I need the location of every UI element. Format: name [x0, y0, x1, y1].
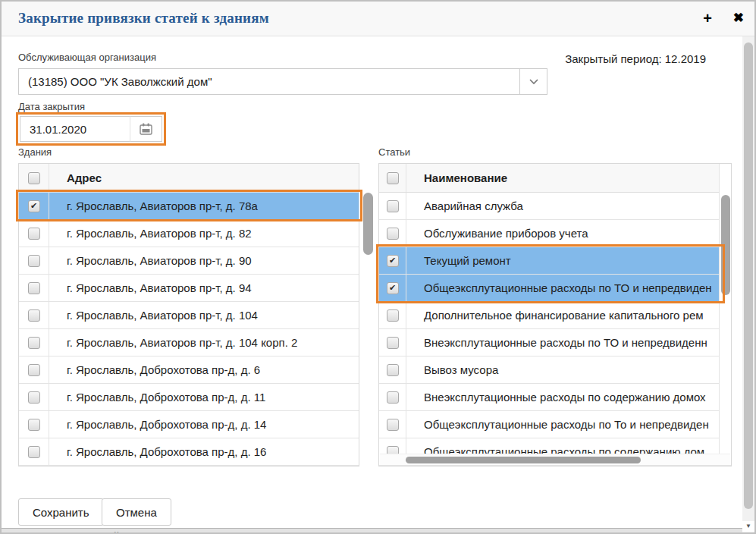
- buildings-scrollbar-thumb[interactable]: [363, 193, 373, 255]
- save-button[interactable]: Сохранить: [18, 498, 104, 526]
- row-checkbox-cell: [19, 438, 49, 465]
- calendar-icon: [140, 123, 152, 135]
- closing-date-input[interactable]: 31.01.2020: [20, 116, 130, 142]
- row-checkbox-cell: [379, 384, 406, 410]
- articles-table-header: Наименование: [379, 164, 731, 193]
- calendar-button[interactable]: [130, 116, 162, 142]
- row-checkbox-cell: [19, 329, 49, 356]
- background-column-header: Дата окончания: [679, 530, 742, 534]
- column-header-name: Наименование: [406, 171, 731, 184]
- articles-hscrollbar-thumb[interactable]: [406, 457, 641, 463]
- row-label: Общеэксплутационные расходы по ТО и непр…: [406, 281, 731, 294]
- table-row[interactable]: Аварийная служба: [379, 193, 731, 220]
- row-checkbox[interactable]: [28, 228, 40, 240]
- row-checkbox-cell: [379, 411, 406, 438]
- row-checkbox-cell: [379, 247, 406, 274]
- table-row[interactable]: Текущий ремонт: [379, 247, 731, 275]
- table-row[interactable]: г. Ярославль, Авиаторов пр-т, д. 78а: [19, 193, 359, 220]
- row-checkbox[interactable]: [387, 228, 399, 240]
- row-checkbox[interactable]: [28, 337, 40, 349]
- row-checkbox-cell: [19, 275, 49, 301]
- row-checkbox[interactable]: [28, 309, 40, 322]
- select-all-checkbox[interactable]: [387, 172, 399, 184]
- row-checkbox[interactable]: [387, 200, 399, 212]
- row-checkbox[interactable]: [387, 391, 399, 404]
- page-scrollbar-thumb[interactable]: [744, 42, 753, 509]
- organization-dropdown-button[interactable]: [519, 68, 547, 95]
- table-row[interactable]: г. Ярославль, Авиаторов пр-т, д. 82: [19, 220, 359, 247]
- row-checkbox[interactable]: [28, 364, 40, 376]
- background-column-header: Дата начала: [525, 530, 585, 534]
- table-row[interactable]: г. Ярославль, Доброхотова пр-д, д. 14: [19, 411, 359, 438]
- row-checkbox[interactable]: [28, 200, 40, 212]
- row-checkbox-cell: [379, 302, 406, 328]
- row-label: г. Ярославль, Доброхотова пр-д, д. 16: [49, 445, 359, 458]
- row-label: Аварийная служба: [406, 199, 731, 212]
- articles-rows: Аварийная служба Обслуживание приборов у…: [379, 193, 731, 466]
- articles-scrollbar-thumb[interactable]: [721, 195, 730, 295]
- cancel-button[interactable]: Отмена: [102, 498, 171, 526]
- modal-dialog: Закрытие привязки статей к зданиям + ✖ О…: [0, 0, 756, 534]
- row-checkbox-cell: [19, 384, 49, 410]
- chevron-down-icon: [529, 78, 539, 85]
- scroll-down-icon[interactable]: ▼: [742, 521, 754, 532]
- row-checkbox[interactable]: [387, 364, 399, 376]
- row-checkbox[interactable]: [28, 419, 40, 431]
- buildings-table-header: Адрес: [19, 164, 359, 193]
- background-page-strip: Наименование статейОрганизацияДата начал…: [2, 528, 742, 534]
- row-checkbox[interactable]: [28, 391, 40, 404]
- row-checkbox[interactable]: [387, 255, 399, 267]
- table-row[interactable]: Внеэксплутационные расходы по содержанию…: [379, 384, 731, 411]
- row-checkbox[interactable]: [28, 446, 40, 458]
- row-label: Дополнительное финансирование капитально…: [406, 309, 731, 322]
- page-scrollbar: ▼: [742, 36, 754, 532]
- header-checkbox-cell: [19, 164, 49, 192]
- table-row[interactable]: г. Ярославль, Авиаторов пр-т, д. 94: [19, 275, 359, 302]
- organization-value: (13185) ООО "УК Заволжский дом": [28, 75, 212, 88]
- closing-date-label: Дата закрытия: [18, 101, 85, 112]
- add-icon[interactable]: +: [703, 8, 712, 28]
- row-label: г. Ярославль, Авиаторов пр-т, д. 78а: [49, 199, 359, 212]
- row-checkbox[interactable]: [387, 337, 399, 349]
- row-checkbox-cell: [379, 357, 406, 383]
- table-row[interactable]: Обслуживание приборов учета: [379, 220, 731, 247]
- background-column-header: Организация: [316, 530, 380, 534]
- background-column-header: Наименование статей: [12, 530, 119, 534]
- row-checkbox[interactable]: [387, 309, 399, 322]
- close-icon[interactable]: ✖: [733, 8, 744, 28]
- table-row[interactable]: Общеэксплутационные расходы по ТО и непр…: [379, 275, 731, 302]
- row-checkbox-cell: [19, 302, 49, 328]
- select-all-checkbox[interactable]: [28, 172, 40, 184]
- row-label: Общеэксплутационные расходы по То и непр…: [406, 418, 731, 431]
- column-header-address: Адрес: [49, 171, 359, 184]
- table-row[interactable]: г. Ярославль, Доброхотова пр-д, д. 11: [19, 384, 359, 411]
- buildings-rows: г. Ярославль, Авиаторов пр-т, д. 78а г. …: [19, 193, 359, 466]
- row-label: г. Ярославль, Авиаторов пр-т, д. 104: [49, 309, 359, 322]
- table-row[interactable]: Вывоз мусора: [379, 357, 731, 384]
- articles-hscrollbar-track: [380, 454, 730, 465]
- organization-select[interactable]: (13185) ООО "УК Заволжский дом": [18, 68, 520, 95]
- table-row[interactable]: г. Ярославль, Авиаторов пр-т, д. 90: [19, 247, 359, 275]
- closing-date-value: 31.01.2020: [30, 123, 86, 136]
- row-label: г. Ярославль, Авиаторов пр-т, д. 104 кор…: [49, 336, 359, 349]
- table-row[interactable]: г. Ярославль, Авиаторов пр-т, д. 104 кор…: [19, 329, 359, 357]
- dialog-title: Закрытие привязки статей к зданиям: [18, 10, 269, 27]
- table-row[interactable]: г. Ярославль, Доброхотова пр-д, д. 6: [19, 357, 359, 384]
- row-label: Внеэксплутационные расходы по содержанию…: [406, 391, 731, 404]
- table-row[interactable]: Внеэксплутационные расходы по ТО и непре…: [379, 329, 731, 357]
- row-checkbox[interactable]: [387, 282, 399, 294]
- table-row[interactable]: Дополнительное финансирование капитально…: [379, 302, 731, 329]
- row-checkbox[interactable]: [28, 282, 40, 294]
- row-checkbox[interactable]: [28, 255, 40, 267]
- row-checkbox-cell: [19, 193, 49, 219]
- row-checkbox-cell: [19, 220, 49, 247]
- row-label: г. Ярославль, Авиаторов пр-т, д. 90: [49, 254, 359, 267]
- row-label: Текущий ремонт: [406, 254, 731, 267]
- row-label: г. Ярославль, Доброхотова пр-д, д. 11: [49, 391, 359, 404]
- table-row[interactable]: г. Ярославль, Доброхотова пр-д, д. 16: [19, 438, 359, 466]
- row-checkbox-cell: [379, 275, 406, 301]
- row-checkbox-cell: [19, 247, 49, 274]
- row-checkbox[interactable]: [387, 419, 399, 431]
- table-row[interactable]: г. Ярославль, Авиаторов пр-т, д. 104: [19, 302, 359, 329]
- table-row[interactable]: Общеэксплутационные расходы по То и непр…: [379, 411, 731, 438]
